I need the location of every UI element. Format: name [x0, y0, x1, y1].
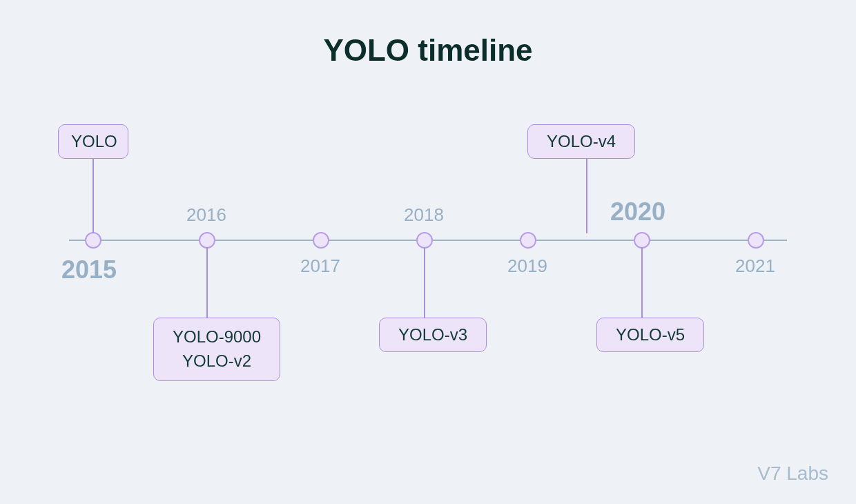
timeline-node-2015 [85, 232, 101, 249]
timeline-node-2021 [748, 232, 764, 249]
diagram-title: YOLO timeline [0, 33, 856, 68]
connector-yolo-v4 [586, 159, 587, 233]
event-yolo-9000: YOLO-9000 YOLO-v2 [153, 318, 280, 381]
connector-yolo [93, 159, 94, 233]
event-yolo-v5: YOLO-v5 [596, 318, 704, 352]
timeline-node-2018 [416, 232, 433, 249]
timeline-node-2017 [313, 232, 329, 249]
year-label-2019: 2019 [507, 255, 547, 277]
year-label-2020: 2020 [610, 197, 665, 226]
year-label-2021: 2021 [735, 255, 775, 277]
watermark: V7 Labs [757, 463, 828, 485]
timeline-node-2020 [634, 232, 650, 249]
timeline-node-2019 [520, 232, 536, 249]
year-label-2015: 2015 [61, 255, 117, 284]
connector-yolo-v3 [424, 247, 425, 318]
timeline-node-2016 [199, 232, 215, 249]
event-yolo: YOLO [58, 124, 128, 159]
connector-yolo-v5 [641, 247, 643, 318]
year-label-2016: 2016 [186, 204, 226, 226]
year-label-2018: 2018 [404, 204, 444, 226]
event-yolo-v3: YOLO-v3 [379, 318, 487, 352]
connector-yolo-9000 [206, 247, 208, 318]
event-yolo-v4: YOLO-v4 [527, 124, 635, 159]
year-label-2017: 2017 [300, 255, 340, 277]
